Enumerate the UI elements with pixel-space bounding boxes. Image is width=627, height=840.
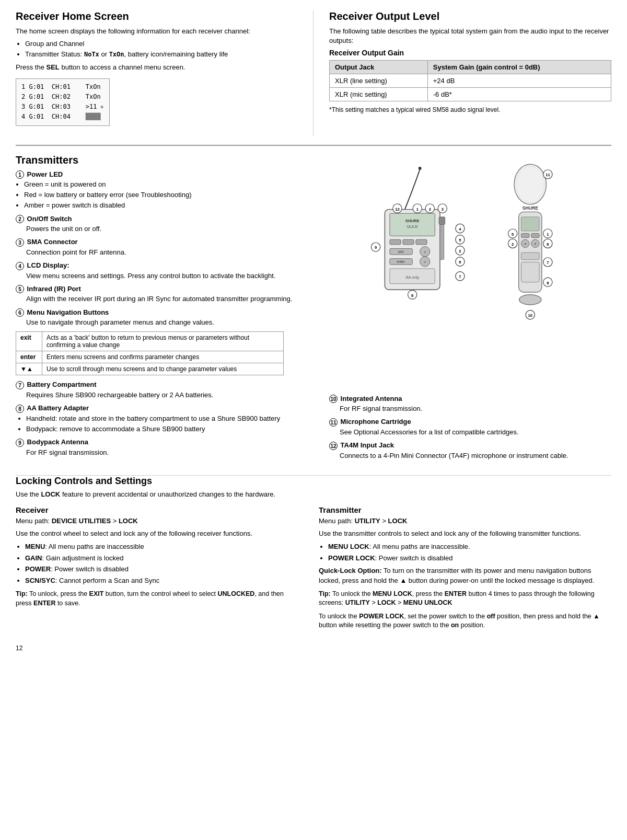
svg-text:8: 8: [547, 280, 549, 285]
svg-text:2: 2: [512, 241, 514, 246]
receiver-display: 1 G:01 CH:01 TxOn 2 G:01 CH:02 TxOn 3 G:…: [16, 78, 110, 126]
item-onoff-switch: 2 On/Off Switch Powers the unit on or of…: [16, 215, 298, 234]
item-ir-port: 5 Infrared (IR) Port Align with the rece…: [16, 285, 298, 304]
transmitter-tip2: To unlock the POWER LOCK, set the power …: [319, 612, 611, 630]
press-instruction: Press the SEL button to access a channel…: [16, 63, 297, 72]
receiver-tip: Tip: To unlock, press the EXIT button, t…: [16, 590, 298, 608]
xlr-line-value: +24 dB: [427, 74, 611, 88]
svg-rect-19: [439, 217, 445, 224]
receiver-home-title: Receiver Home Screen: [16, 10, 297, 22]
svg-text:6: 6: [459, 260, 461, 264]
gain-subtitle: Receiver Output Gain: [329, 49, 611, 57]
nav-scroll-desc: Use to scroll through menu screens and t…: [42, 363, 284, 375]
transmitters-title: Transmitters: [16, 154, 298, 166]
table-row: exit Acts as a 'back' button to return t…: [16, 332, 284, 351]
svg-point-0: [419, 167, 422, 170]
item-ta4m-jack: 12 TA4M Input Jack Connects to a 4-Pin M…: [329, 441, 611, 461]
locking-desc: Use the LOCK feature to prevent accident…: [16, 490, 611, 499]
svg-text:exit: exit: [398, 250, 404, 254]
circle-12: 12: [329, 442, 338, 450]
bullet-tx-status: Transmitter Status: NoTx or TxOn, batter…: [25, 50, 297, 59]
nav-scroll-key: ▼▲: [16, 363, 42, 375]
transmitters-left: Transmitters 1 Power LED Green = unit is…: [16, 154, 314, 465]
svg-rect-6: [403, 239, 414, 245]
transmitter-subtitle: Transmitter: [319, 505, 611, 514]
svg-rect-48: [531, 233, 539, 237]
svg-text:1: 1: [547, 232, 549, 236]
xlr-line-label: XLR (line setting): [330, 74, 428, 88]
col-system-gain: System Gain (gain control = 0dB): [427, 61, 611, 74]
bullet-group-channel: Group and Channel: [25, 39, 297, 49]
locking-section: Locking Controls and Settings Use the LO…: [16, 476, 611, 634]
svg-text:SHURE: SHURE: [405, 218, 420, 223]
circle-6: 6: [16, 308, 24, 317]
nav-enter-key: enter: [16, 351, 42, 363]
item-mic-cartridge: 11 Microphone Cartridge See Optional Acc…: [329, 418, 611, 437]
svg-rect-46: [521, 217, 540, 231]
svg-text:2: 2: [429, 206, 431, 211]
svg-text:7: 7: [547, 260, 549, 265]
svg-text:+: +: [524, 240, 527, 246]
svg-text:12: 12: [395, 206, 400, 211]
item-menu-nav: 6 Menu Navigation Buttons Use to navigat…: [16, 308, 298, 328]
item-sma-connector: 3 SMA Connector Connection point for RF …: [16, 238, 298, 257]
svg-rect-47: [521, 233, 529, 237]
receiver-output-title: Receiver Output Level: [329, 10, 611, 22]
svg-point-42: [514, 164, 546, 204]
section-divider: [16, 145, 611, 146]
circle-9: 9: [16, 439, 24, 447]
transmitters-svg: SHURE ULX-D exit + enter +: [340, 154, 590, 405]
svg-text:11: 11: [545, 172, 550, 177]
svg-text:+: +: [424, 260, 426, 264]
locking-receiver: Receiver Menu path: DEVICE UTILITIES > L…: [16, 505, 314, 634]
svg-text:enter: enter: [397, 260, 405, 263]
nav-table: exit Acts as a 'back' button to return t…: [16, 331, 284, 375]
transmitter-tip1: Tip: To unlock the MENU LOCK, press the …: [319, 590, 611, 608]
xlr-mic-value: -6 dB*: [427, 88, 611, 101]
item-power-led: 1 Power LED Green = unit is powered on R…: [16, 170, 298, 211]
svg-text:10: 10: [528, 313, 533, 318]
table-row: ▼▲ Use to scroll through menu screens an…: [16, 363, 284, 375]
circle-7: 7: [16, 381, 24, 389]
transmitters-right: SHURE ULX-D exit + enter +: [314, 154, 611, 465]
circle-1: 1: [16, 170, 24, 179]
item-bodypack-antenna: 9 Bodypack Antenna For RF signal transmi…: [16, 438, 298, 457]
nav-enter-desc: Enters menu screens and confirms paramet…: [42, 351, 284, 363]
svg-point-55: [519, 294, 541, 304]
svg-text:6: 6: [547, 241, 549, 246]
transmitters-section: Transmitters 1 Power LED Green = unit is…: [16, 154, 611, 476]
svg-rect-54: [521, 262, 540, 282]
receiver-subtitle: Receiver: [16, 505, 298, 514]
item-lcd-display: 4 LCD Display: View menu screens and set…: [16, 261, 298, 281]
svg-rect-5: [390, 239, 401, 245]
svg-text:+: +: [424, 250, 426, 255]
svg-text:AA only: AA only: [405, 275, 419, 280]
col-output-jack: Output Jack: [330, 61, 428, 74]
table-row: XLR (mic setting) -6 dB*: [330, 88, 611, 101]
receiver-home-bullets: Group and Channel Transmitter Status: No…: [25, 39, 297, 59]
locking-columns: Receiver Menu path: DEVICE UTILITIES > L…: [16, 505, 611, 634]
receiver-output-desc: The following table describes the typica…: [329, 27, 611, 45]
receiver-menu-path: Menu path: DEVICE UTILITIES > LOCK: [16, 516, 298, 526]
page-number: 12: [16, 644, 611, 653]
item-aa-battery-adapter: 8 AA Battery Adapter Handheld: rotate an…: [16, 404, 298, 434]
svg-text:8: 8: [411, 293, 414, 297]
svg-text:7: 7: [459, 274, 461, 279]
nav-exit-desc: Acts as a 'back' button to return to pre…: [42, 332, 284, 351]
device-diagram: SHURE ULX-D exit + enter +: [319, 154, 611, 405]
transmitter-control-desc: Use the transmitter controls to select a…: [319, 529, 611, 538]
nav-exit-key: exit: [16, 332, 42, 351]
circle-2: 2: [16, 215, 24, 223]
circle-8: 8: [16, 405, 24, 413]
circle-4: 4: [16, 262, 24, 270]
gain-footnote: *This setting matches a typical wired SM…: [329, 106, 611, 114]
transmitter-lock-items: MENU LOCK: All menu paths are inaccessib…: [328, 542, 611, 563]
circle-11: 11: [329, 418, 338, 427]
receiver-home-desc: The home screen displays the following i…: [16, 27, 297, 36]
svg-text:+: +: [534, 240, 537, 246]
svg-text:3: 3: [442, 206, 444, 211]
svg-rect-53: [521, 252, 540, 259]
circle-3: 3: [16, 238, 24, 247]
svg-text:9: 9: [375, 245, 377, 250]
svg-text:2: 2: [459, 249, 461, 254]
